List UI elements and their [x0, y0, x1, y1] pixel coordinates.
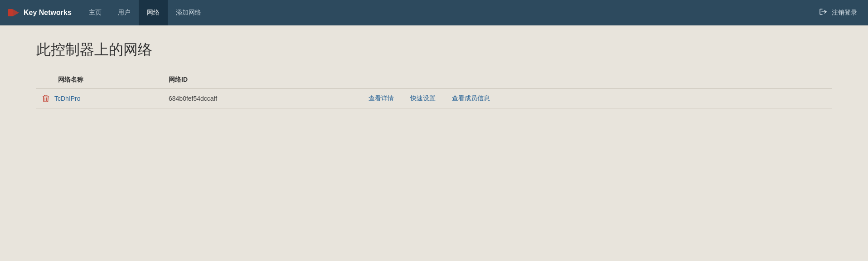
page-title: 此控制器上的网络	[36, 40, 832, 60]
table-row: TcDhIPro 684b0fef54dccaff 查看详情 快速设置 查看成员…	[36, 89, 832, 108]
logout-label: 注销登录	[832, 9, 857, 17]
logout-button[interactable]: 注销登录	[815, 8, 861, 18]
network-name-link[interactable]: TcDhIPro	[54, 95, 81, 102]
network-row-name-container: TcDhIPro	[42, 94, 158, 103]
delete-network-button[interactable]	[42, 94, 50, 103]
svg-marker-1	[13, 9, 19, 16]
nav-item-home[interactable]: 主页	[81, 0, 110, 25]
nav-items: 主页 用户 网络 添加网络	[81, 0, 815, 25]
trash-icon	[42, 94, 50, 103]
view-details-link[interactable]: 查看详情	[369, 94, 394, 102]
network-id-value: 684b0fef54dccaff	[169, 95, 217, 102]
main-content: 此控制器上的网络 网络名称 网络ID	[0, 25, 868, 123]
quick-setup-link[interactable]: 快速设置	[410, 94, 436, 102]
col-header-name: 网络名称	[36, 71, 163, 89]
network-id-cell: 684b0fef54dccaff	[163, 89, 356, 108]
network-table: 网络名称 网络ID TcDhIPro	[36, 71, 832, 108]
view-members-link[interactable]: 查看成员信息	[452, 94, 490, 102]
svg-rect-0	[8, 9, 13, 16]
navbar: Key Networks 主页 用户 网络 添加网络 注销登录	[0, 0, 868, 25]
table-header: 网络名称 网络ID	[36, 71, 832, 89]
network-actions-cell: 查看详情 快速设置 查看成员信息	[356, 89, 832, 108]
nav-item-networks[interactable]: 网络	[139, 0, 168, 25]
network-name-cell: TcDhIPro	[36, 89, 163, 108]
logout-icon	[819, 8, 827, 18]
nav-brand[interactable]: Key Networks	[7, 6, 72, 19]
table-body: TcDhIPro 684b0fef54dccaff 查看详情 快速设置 查看成员…	[36, 89, 832, 108]
col-header-actions	[356, 71, 832, 89]
brand-name: Key Networks	[24, 9, 72, 17]
nav-item-add-network[interactable]: 添加网络	[168, 0, 209, 25]
nav-item-users[interactable]: 用户	[110, 0, 139, 25]
brand-logo-icon	[7, 6, 20, 19]
col-header-id: 网络ID	[163, 71, 356, 89]
